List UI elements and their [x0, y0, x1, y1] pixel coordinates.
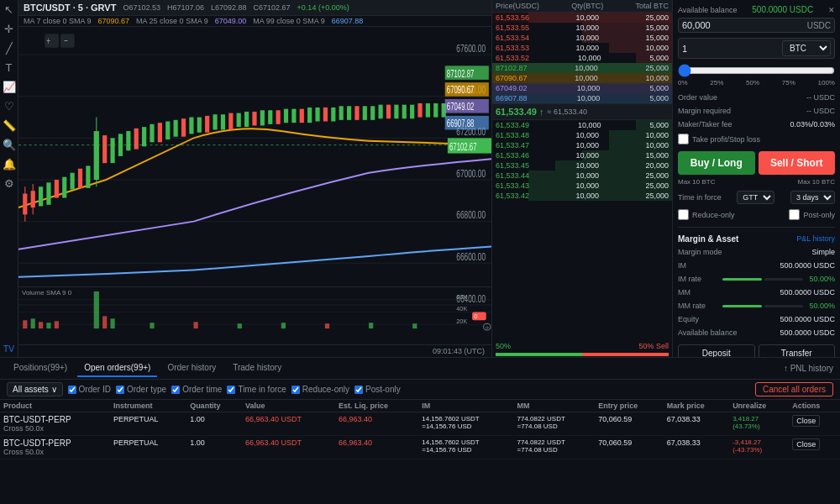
slider-25: 25%: [710, 79, 723, 87]
cancel-all-orders-button[interactable]: Cancel all orders: [755, 382, 833, 396]
settings-icon[interactable]: ⚙: [4, 177, 14, 190]
ruler-icon[interactable]: 📏: [3, 119, 16, 132]
qty-input[interactable]: [682, 44, 780, 54]
cursor-icon[interactable]: ↖: [4, 3, 13, 16]
qty-currency-select[interactable]: BTC USDT: [782, 40, 831, 56]
text-icon[interactable]: T: [6, 61, 13, 74]
svg-text:67600.00: 67600.00: [456, 42, 486, 54]
td-action-2: Close: [789, 436, 840, 459]
search-zoom-icon[interactable]: 🔍: [3, 139, 16, 151]
svg-text:66600.00: 66600.00: [456, 250, 486, 262]
post-only-filter-label[interactable]: Post-only: [354, 385, 401, 394]
sell-pct-label: 50% Sell: [638, 342, 669, 350]
chart-change: +0.14 (+0.00%): [297, 3, 349, 12]
td-instrument-1: PERPETUAL: [110, 412, 186, 436]
line-icon[interactable]: ╱: [6, 42, 13, 55]
order-id-checkbox-label[interactable]: Order ID: [68, 385, 111, 394]
buy-long-button[interactable]: Buy / Long: [678, 151, 755, 175]
order-time-checkbox[interactable]: [171, 386, 180, 394]
days-select[interactable]: 3 days 1 day 7 days: [790, 191, 835, 204]
svg-text:−: −: [64, 35, 68, 47]
svg-rect-45: [244, 112, 249, 127]
svg-text:67049.02: 67049.02: [447, 102, 475, 113]
svg-rect-41: [213, 114, 217, 129]
order-id-checkbox[interactable]: [68, 386, 76, 394]
qty-slider[interactable]: [678, 64, 835, 77]
svg-rect-19: [46, 182, 50, 204]
svg-rect-49: [276, 110, 281, 124]
tif-select[interactable]: GTT GTC IOC: [737, 191, 774, 204]
svg-rect-50: [284, 109, 288, 123]
im-rate-bar: [722, 278, 762, 281]
deposit-button[interactable]: Deposit: [678, 344, 755, 357]
post-only-label: Post-only: [803, 211, 835, 219]
margin-required-row: Margin required -- USDC: [678, 107, 835, 115]
trend-icon[interactable]: 📈: [3, 81, 16, 93]
tab-positions[interactable]: Positions(99+): [7, 360, 74, 377]
ob-highlighted-row: 87102.87 10,000 25,000: [492, 63, 672, 73]
th-quantity: Quantity: [186, 400, 242, 412]
tab-open-orders[interactable]: Open orders(99+): [77, 360, 157, 377]
tab-trade-history[interactable]: Trade history: [226, 360, 288, 377]
svg-rect-47: [260, 110, 265, 125]
order-type-checkbox-label[interactable]: Order type: [116, 385, 166, 394]
ob-bid-row: 61,533.44 10,000 25,000: [492, 171, 672, 181]
td-product-1: BTC-USDT-PERP Cross 50.0x: [0, 412, 110, 436]
chart-main[interactable]: 67600.00 67400.00 67200.00 67000.00 6680…: [18, 27, 491, 333]
ob-ask-row: 61,533.53 10,000 10,000: [492, 43, 672, 53]
im-row: IM 500.0000 USDC: [678, 261, 835, 270]
close-position-2-button[interactable]: Close: [792, 438, 820, 450]
tab-order-history[interactable]: Order history: [160, 360, 223, 377]
slider-100: 100%: [817, 79, 834, 87]
tif-filter-checkbox[interactable]: [227, 386, 235, 394]
svg-rect-57: [339, 106, 344, 120]
reduce-only-checkbox[interactable]: [678, 209, 689, 220]
pnl-history-link[interactable]: P&L history: [796, 234, 835, 244]
reduce-only-filter-text: Reduce-only: [302, 385, 349, 394]
price-input-row[interactable]: USDC: [678, 18, 835, 33]
close-position-1-button[interactable]: Close: [792, 415, 820, 427]
order-type-checkbox[interactable]: [116, 386, 124, 394]
asset-filter-button[interactable]: All assets ∨: [7, 382, 63, 396]
margin-mode-label: Margin mode: [678, 248, 722, 256]
pnl-history-tab[interactable]: ↑ PNL history: [784, 364, 833, 373]
bell-icon[interactable]: 🔔: [3, 158, 16, 171]
th-instrument: Instrument: [110, 400, 186, 412]
ob-col-qty: Qty(BTC): [571, 2, 603, 10]
mm-rate-bar: [722, 305, 762, 307]
fee-label: Maker/Taker fee: [678, 120, 732, 129]
post-only-filter-checkbox[interactable]: [354, 386, 363, 394]
tif-checkbox-label[interactable]: Time in force: [227, 385, 286, 394]
mm-rate-val: 50.00%: [806, 302, 835, 310]
svg-text:67102.67: 67102.67: [449, 141, 477, 152]
svg-rect-40: [205, 116, 209, 133]
svg-rect-27: [102, 135, 107, 163]
svg-rect-97: [94, 291, 99, 328]
th-im: IM: [418, 400, 513, 412]
divider-1: [678, 227, 835, 228]
heart-icon[interactable]: ♡: [4, 100, 14, 113]
take-profit-checkbox[interactable]: [678, 134, 689, 144]
order-time-checkbox-label[interactable]: Order time: [171, 385, 222, 394]
reduce-only-filter-label[interactable]: Reduce-only: [291, 385, 349, 394]
order-value-label: Order value: [678, 93, 717, 102]
price-input[interactable]: [682, 20, 806, 30]
close-panel-icon[interactable]: ✕: [828, 6, 835, 14]
max-buy-label: Max 10 BTC: [678, 178, 715, 186]
qty-input-row[interactable]: BTC USDT: [678, 38, 835, 59]
transfer-button[interactable]: Transfer: [759, 344, 836, 357]
avail-balance-val: 500.0000 USDC: [780, 328, 835, 337]
post-only-checkbox[interactable]: [789, 209, 800, 220]
crosshair-icon[interactable]: ✛: [4, 23, 13, 35]
ma25-value: 67049.00: [215, 17, 247, 25]
ob-highlighted-row3: 67049.02 10,000 5,000: [492, 83, 672, 93]
svg-rect-35: [165, 122, 170, 140]
fee-val: 0.03%/0.03%: [790, 120, 835, 129]
svg-rect-66: [410, 105, 414, 119]
order-type-label: Order type: [127, 385, 166, 394]
svg-rect-24: [86, 165, 90, 187]
available-balance-label: Available balance: [678, 6, 737, 14]
slider-0: 0%: [678, 79, 688, 87]
reduce-only-filter-checkbox[interactable]: [291, 386, 300, 394]
sell-short-button[interactable]: Sell / Short: [759, 151, 836, 175]
